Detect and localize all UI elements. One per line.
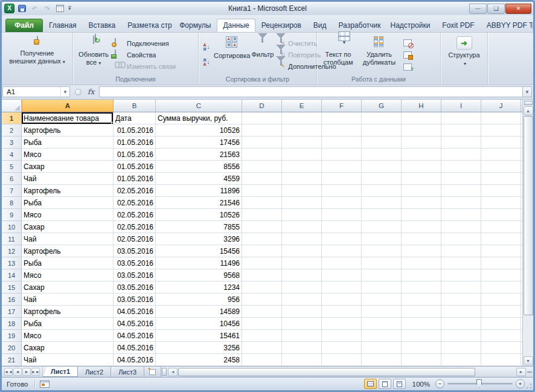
name-box-dropdown-icon[interactable]: ▼ [60, 87, 69, 97]
text-to-columns-button[interactable]: ▼ Текст по столбцам [318, 34, 358, 76]
minimize-button[interactable]: — [469, 4, 487, 14]
normal-view-button[interactable] [364, 379, 377, 389]
column-header[interactable]: I [441, 100, 481, 112]
horizontal-scroll-track[interactable] [178, 368, 516, 376]
cell-product[interactable]: Чай [22, 354, 114, 366]
cell-sum[interactable]: 11496 [156, 257, 242, 269]
cell-product[interactable]: Сахар [22, 161, 114, 173]
expand-formula-bar-icon[interactable]: ▼ [522, 86, 532, 97]
cell-product[interactable]: Сахар [22, 281, 114, 294]
row-number[interactable]: 5 [2, 161, 22, 173]
cell-sum[interactable]: 8556 [156, 161, 242, 173]
prev-sheet-icon[interactable]: ◄ [13, 368, 22, 376]
ribbon-tab[interactable]: Главная [43, 19, 83, 32]
filter-button[interactable]: Фильтр [251, 34, 274, 76]
edit-links-button[interactable]: Изменить связи [113, 60, 178, 72]
vertical-split-handle[interactable] [524, 101, 533, 105]
row-number[interactable]: 17 [2, 306, 22, 318]
sort-dialog-button[interactable]: АЯЯА Сортировка [213, 34, 251, 76]
ribbon-tab[interactable]: ABBYY PDF Tr [481, 19, 533, 32]
cell-date[interactable]: 02.05.2016 [114, 197, 156, 209]
cell-product[interactable]: Картофель [22, 124, 114, 137]
cell-product[interactable]: Сахар [22, 221, 114, 233]
horizontal-scrollbar[interactable]: ◄ ► [167, 367, 533, 377]
cell-date[interactable]: 01.05.2016 [114, 124, 156, 137]
column-header[interactable]: J [481, 100, 521, 112]
column-header[interactable]: D [242, 100, 282, 112]
cell-product[interactable]: Рыба [22, 318, 114, 330]
ribbon-tab[interactable]: Foxit PDF [436, 19, 480, 32]
cell-product[interactable]: Мясо [22, 330, 114, 342]
properties-button[interactable]: Свойства [113, 49, 178, 60]
scroll-left-icon[interactable]: ◄ [168, 368, 178, 376]
empty-cells[interactable] [242, 233, 522, 245]
zoom-slider-thumb[interactable] [476, 379, 482, 388]
row-number[interactable]: 21 [2, 354, 22, 366]
ribbon-tab[interactable]: Вставка [83, 19, 122, 32]
ribbon-tab[interactable]: Разметка стр [121, 19, 173, 32]
cell-sum[interactable]: 956 [156, 294, 242, 306]
cell-date[interactable]: 01.05.2016 [114, 173, 156, 185]
cell-product[interactable]: Картофель [22, 185, 114, 197]
scroll-down-icon[interactable]: ▼ [524, 356, 533, 365]
insert-sheet-tab[interactable] [144, 367, 161, 377]
column-header[interactable]: E [282, 100, 322, 112]
ribbon-tab[interactable]: Формулы [173, 19, 217, 32]
sheet-tab[interactable]: Лист2 [78, 367, 111, 377]
empty-cells[interactable] [242, 354, 522, 366]
cell-sum[interactable]: 15461 [156, 330, 242, 342]
scroll-up-icon[interactable]: ▲ [524, 106, 533, 115]
empty-cells[interactable] [242, 124, 522, 137]
cell-date[interactable]: 02.05.2016 [114, 221, 156, 233]
outline-button[interactable]: ➜ Структура [443, 34, 485, 84]
ribbon-tab[interactable]: Рецензиров [255, 19, 307, 32]
cell-date[interactable]: 02.05.2016 [114, 185, 156, 197]
cell-date[interactable]: 02.05.2016 [114, 209, 156, 221]
first-sheet-icon[interactable]: ◄◄ [4, 368, 13, 376]
consolidate-button[interactable] [400, 50, 415, 60]
empty-cells[interactable] [242, 185, 522, 197]
zoom-in-button[interactable]: + [516, 379, 525, 388]
empty-cells[interactable] [242, 257, 522, 269]
row-number[interactable]: 19 [2, 330, 22, 342]
column-header-c[interactable]: C [156, 100, 242, 112]
cell-sum[interactable]: 10526 [156, 124, 242, 137]
empty-cells[interactable] [242, 197, 522, 209]
cell-date[interactable]: 02.05.2016 [114, 233, 156, 245]
cell-product[interactable]: Чай [22, 173, 114, 185]
cell-date[interactable]: 03.05.2016 [114, 294, 156, 306]
fill-handle[interactable] [111, 122, 114, 124]
record-macro-icon[interactable] [40, 381, 50, 388]
cell-product[interactable]: Чай [22, 294, 114, 306]
cell-date[interactable]: 03.05.2016 [114, 257, 156, 269]
sheet-tab[interactable]: Лист3 [111, 367, 144, 377]
select-all-corner[interactable] [2, 100, 22, 112]
vertical-scrollbar[interactable]: ▲ ▼ [522, 100, 533, 366]
empty-cells[interactable] [242, 137, 522, 149]
cell-date[interactable]: 04.05.2016 [114, 342, 156, 354]
row-number[interactable]: 3 [2, 137, 22, 149]
cell-product[interactable]: Рыба [22, 257, 114, 269]
cell-product[interactable]: Сахар [22, 342, 114, 354]
cell-product[interactable]: Картофель [22, 306, 114, 318]
cell-product[interactable]: Мясо [22, 209, 114, 221]
cell-date[interactable]: 03.05.2016 [114, 281, 156, 294]
get-external-data-button[interactable]: Получение внешних данных [4, 34, 71, 84]
row-number[interactable]: 20 [2, 342, 22, 354]
column-header[interactable]: F [322, 100, 362, 112]
row-number[interactable]: 14 [2, 269, 22, 281]
empty-cells[interactable] [242, 112, 522, 124]
row-number[interactable]: 6 [2, 173, 22, 185]
insert-function-button[interactable]: fx [88, 88, 94, 96]
empty-cells[interactable] [242, 161, 522, 173]
cell-date[interactable]: 01.05.2016 [114, 137, 156, 149]
row-number[interactable]: 16 [2, 294, 22, 306]
cell-sum[interactable]: 7855 [156, 221, 242, 233]
cell-date[interactable]: 01.05.2016 [114, 161, 156, 173]
row-number[interactable]: 13 [2, 257, 22, 269]
scroll-right-icon[interactable]: ► [516, 368, 526, 376]
ribbon-tab[interactable]: Данные [217, 19, 255, 32]
cell-sum[interactable]: 1234 [156, 281, 242, 294]
zoom-slider-track[interactable] [447, 383, 513, 385]
restore-button[interactable]: ❑ [487, 4, 505, 14]
